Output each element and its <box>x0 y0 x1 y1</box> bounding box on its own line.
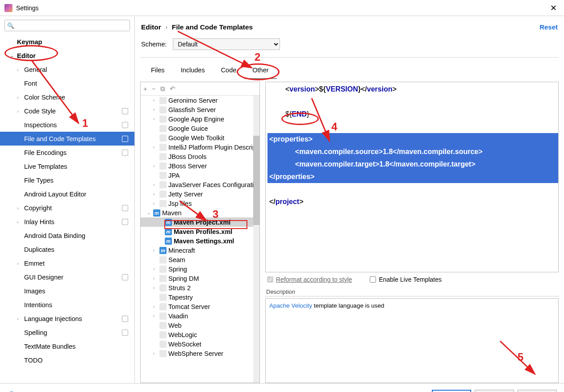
template-item[interactable]: ›Vaadin <box>141 311 259 321</box>
sidebar-item-keymap[interactable]: Keymap <box>0 35 134 49</box>
close-icon[interactable]: ✕ <box>547 3 560 13</box>
chevron-icon: › <box>153 285 159 290</box>
sidebar-item-label: File Types <box>24 177 54 184</box>
chevron-icon: › <box>17 205 23 211</box>
remove-icon[interactable]: − <box>152 85 156 92</box>
apply-button[interactable]: Apply <box>518 390 557 392</box>
sidebar-item-copyright[interactable]: ›Copyright <box>0 201 134 215</box>
template-label: Spring <box>168 266 187 273</box>
template-item[interactable]: ›Tomcat Server <box>141 302 259 311</box>
undo-icon[interactable]: ↶ <box>170 85 175 93</box>
template-item[interactable]: JPA <box>141 171 259 180</box>
sidebar-item-live-templates[interactable]: Live Templates <box>0 159 134 173</box>
template-label: Google Guice <box>168 125 208 132</box>
sidebar-item-color-scheme[interactable]: ›Color Scheme <box>0 90 134 104</box>
template-item[interactable]: ›Geronimo Server <box>141 96 259 105</box>
sidebar-item-label: Duplicates <box>24 246 54 253</box>
breadcrumb-root[interactable]: Editor <box>141 23 161 31</box>
tab-files[interactable]: Files <box>143 64 173 79</box>
template-item[interactable]: ›Struts 2 <box>141 283 259 292</box>
template-item[interactable]: ›JavaServer Faces Configuratio <box>141 180 259 189</box>
template-item[interactable]: Google Guice <box>141 124 259 133</box>
template-label: Tapestry <box>168 294 193 301</box>
sidebar-item-general[interactable]: ›General <box>0 63 134 76</box>
breadcrumb: Editor › File and Code Templates <box>140 21 559 38</box>
sidebar-item-language-injections[interactable]: ›Language Injections <box>0 312 134 325</box>
sidebar-item-file-and-code-templates[interactable]: File and Code Templates <box>0 132 134 146</box>
template-label: JavaServer Faces Configuratio <box>168 181 257 188</box>
sidebar-item-images[interactable]: Images <box>0 284 134 298</box>
template-item[interactable]: Seam <box>141 255 259 264</box>
scrollbar-thumb[interactable] <box>253 136 259 225</box>
sidebar-item-intentions[interactable]: Intentions <box>0 298 134 312</box>
chevron-icon: › <box>153 163 159 168</box>
copy-icon[interactable]: ⧉ <box>160 85 165 93</box>
scheme-select[interactable]: Default <box>173 38 280 50</box>
enable-live-templates-checkbox[interactable]: Enable Live Templates <box>370 276 442 283</box>
template-tree[interactable]: ›Geronimo Server›Glassfish Server›Google… <box>141 96 259 383</box>
template-item[interactable]: ›JBoss Server <box>141 161 259 171</box>
template-item[interactable]: ›WebSphere Server <box>141 349 259 358</box>
sidebar-item-duplicates[interactable]: Duplicates <box>0 242 134 256</box>
sidebar-item-todo[interactable]: TODO <box>0 353 134 367</box>
chevron-icon: › <box>17 95 23 100</box>
chevron-icon: › <box>153 313 159 318</box>
template-item[interactable]: ›Glassfish Server <box>141 105 259 114</box>
sidebar-item-file-types[interactable]: File Types <box>0 173 134 187</box>
sidebar-item-spelling[interactable]: Spelling <box>0 325 134 339</box>
reset-link[interactable]: Reset <box>539 23 558 31</box>
sidebar-item-editor[interactable]: ⌄Editor <box>0 49 134 63</box>
sidebar-item-android-layout-editor[interactable]: Android Layout Editor <box>0 187 134 201</box>
sidebar-item-textmate-bundles[interactable]: TextMate Bundles <box>0 339 134 353</box>
project-badge-icon <box>122 205 128 211</box>
sidebar-item-label: Live Templates <box>24 163 67 170</box>
template-item[interactable]: ›Spring <box>141 264 259 274</box>
project-badge-icon <box>122 122 128 128</box>
template-icon <box>159 313 167 320</box>
template-item[interactable]: ›Google App Engine <box>141 114 259 124</box>
sidebar-item-emmet[interactable]: ›Emmet <box>0 256 134 270</box>
template-item[interactable]: ⌄mMaven <box>141 208 259 217</box>
settings-tree[interactable]: Keymap⌄Editor›GeneralFont›Color Scheme›C… <box>0 35 134 383</box>
template-item[interactable]: WebLogic <box>141 330 259 339</box>
search-input[interactable] <box>4 20 130 31</box>
sidebar-item-code-style[interactable]: ›Code Style <box>0 104 134 118</box>
template-item[interactable]: mMaven Profiles.xml <box>141 227 259 236</box>
template-item[interactable]: Web <box>141 321 259 330</box>
template-item[interactable]: WebSocket <box>141 339 259 349</box>
sidebar-item-label: Font <box>24 80 37 87</box>
ok-button[interactable]: OK <box>432 390 471 392</box>
template-item[interactable]: ›mMinecraft <box>141 246 259 255</box>
reformat-checkbox[interactable]: Reformat according to style <box>267 276 352 283</box>
chevron-icon: › <box>153 192 159 196</box>
sidebar-item-label: TextMate Bundles <box>24 343 75 350</box>
template-item[interactable]: ›Jsp files <box>141 199 259 208</box>
template-item[interactable]: Tapestry <box>141 292 259 302</box>
tab-code[interactable]: Code <box>213 64 245 79</box>
settings-sidebar: 🔍 Keymap⌄Editor›GeneralFont›Color Scheme… <box>0 16 135 383</box>
tab-includes[interactable]: Includes <box>173 64 213 79</box>
template-item[interactable]: ›Jetty Server <box>141 189 259 199</box>
template-label: Spring DM <box>168 275 199 282</box>
sidebar-item-font[interactable]: Font <box>0 76 134 90</box>
cancel-button[interactable]: Cancel <box>475 390 514 392</box>
template-icon <box>159 144 167 151</box>
template-item[interactable]: ›Spring DM <box>141 274 259 283</box>
project-badge-icon <box>122 329 128 336</box>
tab-other[interactable]: Other <box>244 64 276 79</box>
template-item[interactable]: mMaven Settings.xml <box>141 236 259 246</box>
sidebar-item-inlay-hints[interactable]: ›Inlay Hints <box>0 215 134 229</box>
template-item[interactable]: ›IntelliJ Platform Plugin Descrip <box>141 142 259 152</box>
template-item[interactable]: JBoss Drools <box>141 152 259 161</box>
template-item[interactable]: Google Web Toolkit <box>141 133 259 142</box>
scrollbar[interactable] <box>253 96 259 383</box>
velocity-link[interactable]: Apache Velocity <box>269 302 312 309</box>
sidebar-item-inspections[interactable]: Inspections <box>0 118 134 132</box>
code-editor[interactable]: <version>${VERSION}</version> ${END} <pr… <box>265 82 559 272</box>
template-item[interactable]: mMaven Project.xml <box>141 217 259 227</box>
add-icon[interactable]: + <box>143 85 147 92</box>
app-logo-icon <box>4 4 13 12</box>
sidebar-item-gui-designer[interactable]: GUI Designer <box>0 270 134 284</box>
sidebar-item-android-data-binding[interactable]: Android Data Binding <box>0 229 134 242</box>
sidebar-item-file-encodings[interactable]: File Encodings <box>0 146 134 159</box>
